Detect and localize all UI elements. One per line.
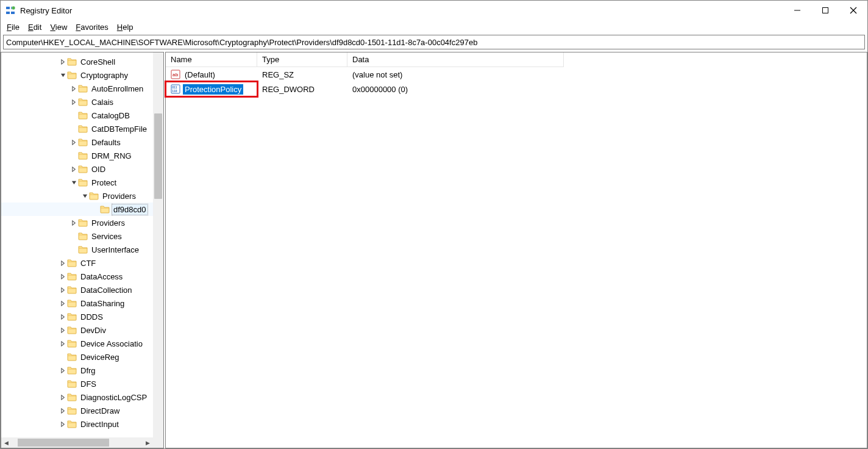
- tree-item[interactable]: UserInterface: [1, 243, 153, 256]
- tree-item[interactable]: DFS: [1, 377, 153, 390]
- minimize-button[interactable]: [783, 1, 811, 20]
- value-type: REG_SZ: [257, 67, 347, 82]
- tree-item[interactable]: DDDS: [1, 310, 153, 323]
- caret-right-icon[interactable]: [69, 138, 78, 146]
- column-header-data[interactable]: Data: [347, 52, 564, 67]
- folder-icon: [67, 70, 77, 80]
- tree-item-label: DevDiv: [79, 325, 107, 336]
- folder-icon: [67, 379, 77, 389]
- maximize-button[interactable]: [811, 1, 839, 20]
- tree-item-label: CoreShell: [79, 57, 116, 67]
- tree-item[interactable]: CatDBTempFile: [1, 122, 153, 135]
- tree-item[interactable]: DeviceReg: [1, 350, 153, 364]
- caret-right-icon[interactable]: [59, 286, 67, 294]
- tree-item[interactable]: Providers: [1, 189, 153, 203]
- tree-item[interactable]: DirectDraw: [1, 404, 153, 417]
- folder-icon: [78, 164, 88, 174]
- tree-item[interactable]: DevDiv: [1, 323, 153, 337]
- tree-item[interactable]: AutoEnrollmen: [1, 82, 153, 95]
- caret-down-icon[interactable]: [80, 192, 89, 200]
- caret-right-icon[interactable]: [69, 84, 78, 93]
- caret-right-icon[interactable]: [69, 218, 78, 227]
- tree-item[interactable]: DiagnosticLogCSP: [1, 390, 153, 404]
- tree-item[interactable]: Cryptography: [1, 68, 153, 82]
- folder-icon: [78, 245, 88, 254]
- folder-icon: [78, 231, 88, 241]
- tree-item[interactable]: Protect: [1, 176, 153, 189]
- scroll-left-icon[interactable]: ◀: [1, 437, 12, 448]
- tree-item[interactable]: CoreShell: [1, 55, 153, 68]
- close-button[interactable]: [839, 1, 867, 20]
- window-title: Registry Editor: [20, 6, 783, 15]
- tree-item[interactable]: df9d8cd0: [1, 203, 153, 216]
- tree-item[interactable]: CTF: [1, 256, 153, 270]
- value-name: ProtectionPolicy: [183, 84, 243, 95]
- caret-right-icon[interactable]: [59, 312, 67, 321]
- caret-right-icon[interactable]: [59, 393, 67, 401]
- tree-item[interactable]: DataAccess: [1, 270, 153, 283]
- caret-right-icon[interactable]: [59, 339, 67, 348]
- caret-right-icon[interactable]: [59, 406, 67, 415]
- values-list[interactable]: (Default)REG_SZ(value not set)Protection…: [166, 67, 867, 96]
- menu-file[interactable]: File: [3, 21, 23, 33]
- menu-edit[interactable]: Edit: [24, 21, 45, 33]
- caret-down-icon[interactable]: [69, 178, 78, 187]
- folder-icon: [67, 285, 77, 295]
- tree-item-label: Dfrg: [79, 365, 97, 376]
- tree-vertical-scrollbar[interactable]: [153, 52, 163, 437]
- tree-view[interactable]: CoreShellCryptographyAutoEnrollmenCalais…: [1, 52, 153, 437]
- tree-item[interactable]: Calais: [1, 95, 153, 109]
- menu-bar: File Edit View Favorites Help: [1, 20, 867, 34]
- title-bar[interactable]: Registry Editor: [1, 1, 867, 20]
- caret-right-icon[interactable]: [59, 326, 67, 334]
- scroll-corner: [153, 437, 163, 448]
- tree-item[interactable]: DataSharing: [1, 296, 153, 310]
- menu-favorites[interactable]: Favorites: [72, 21, 112, 33]
- tree-pane: CoreShellCryptographyAutoEnrollmenCalais…: [1, 52, 164, 448]
- tree-item[interactable]: Services: [1, 229, 153, 243]
- caret-right-icon[interactable]: [69, 165, 78, 173]
- value-row[interactable]: ProtectionPolicyREG_DWORD0x00000000 (0): [166, 82, 867, 96]
- tree-item[interactable]: Defaults: [1, 135, 153, 149]
- value-name: (Default): [183, 70, 217, 80]
- tree-item[interactable]: DataCollection: [1, 283, 153, 296]
- folder-icon: [67, 419, 77, 429]
- tree-item[interactable]: CatalogDB: [1, 109, 153, 122]
- column-header-type[interactable]: Type: [257, 52, 347, 67]
- tree-item[interactable]: DirectInput: [1, 417, 153, 431]
- folder-icon: [78, 218, 88, 228]
- folder-icon: [78, 110, 88, 120]
- tree-item-label: DFS: [79, 379, 98, 389]
- value-row[interactable]: (Default)REG_SZ(value not set): [166, 67, 867, 82]
- caret-right-icon[interactable]: [59, 420, 67, 428]
- tree-item-label: Cryptography: [79, 70, 129, 81]
- address-bar[interactable]: Computer\HKEY_LOCAL_MACHINE\SOFTWARE\Mic…: [3, 35, 865, 49]
- regedit-app-icon: [5, 5, 15, 15]
- tree-item-label: Services: [90, 231, 123, 242]
- scroll-right-icon[interactable]: ▶: [143, 437, 153, 448]
- folder-icon: [67, 258, 77, 268]
- reg-sz-icon: [171, 70, 180, 79]
- tree-item-label: Calais: [90, 97, 115, 107]
- tree-item[interactable]: OID: [1, 162, 153, 176]
- tree-item-label: CatDBTempFile: [90, 124, 148, 134]
- tree-item[interactable]: Dfrg: [1, 364, 153, 377]
- tree-item-label: UserInterface: [90, 245, 140, 255]
- tree-item[interactable]: DRM_RNG: [1, 149, 153, 162]
- caret-right-icon[interactable]: [59, 259, 67, 267]
- menu-view[interactable]: View: [46, 21, 71, 33]
- tree-item[interactable]: Providers: [1, 216, 153, 229]
- column-header-name[interactable]: Name: [166, 52, 257, 67]
- caret-right-icon[interactable]: [69, 98, 78, 106]
- caret-right-icon[interactable]: [59, 57, 67, 66]
- caret-right-icon[interactable]: [59, 366, 67, 375]
- tree-item-label: DirectInput: [79, 419, 120, 429]
- tree-item[interactable]: Device Associatio: [1, 337, 153, 350]
- tree-item-label: DiagnosticLogCSP: [79, 392, 148, 403]
- tree-horizontal-scrollbar[interactable]: ◀ ▶: [1, 437, 153, 448]
- tree-item-label: Providers: [90, 218, 126, 228]
- caret-right-icon[interactable]: [59, 272, 67, 281]
- caret-down-icon[interactable]: [59, 71, 67, 79]
- caret-right-icon[interactable]: [59, 299, 67, 307]
- menu-help[interactable]: Help: [113, 21, 137, 33]
